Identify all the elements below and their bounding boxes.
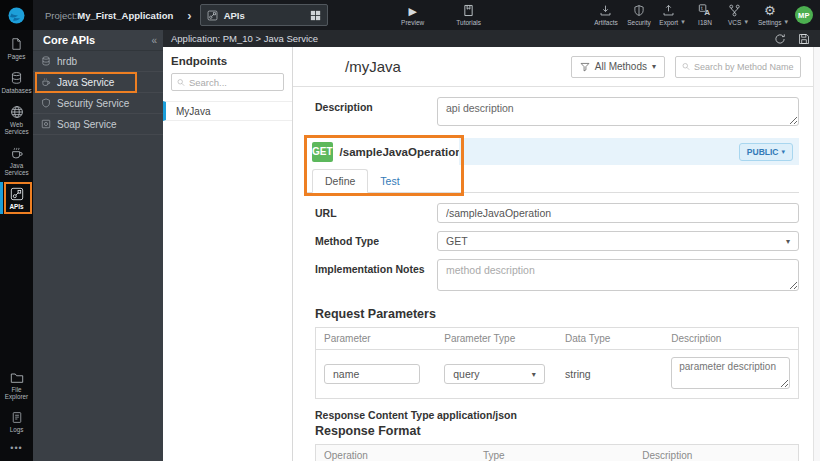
data-type-value: string — [565, 368, 591, 380]
request-parameters-table: Parameter Parameter Type Data Type Descr… — [315, 327, 799, 399]
workspace-tab-apis[interactable]: APIs — [200, 4, 328, 26]
visibility-dropdown[interactable]: PUBLIC ▾ — [739, 143, 793, 161]
endpoints-search-input[interactable] — [189, 77, 278, 88]
preview-label: Preview — [401, 19, 424, 26]
http-method-badge[interactable]: GET — [312, 142, 333, 162]
core-apis-panel: Core APIs « hrdb Java Service Security S… — [33, 30, 163, 461]
method-search-input[interactable] — [694, 62, 794, 72]
core-apis-item-soap-service[interactable]: Soap Service — [33, 114, 163, 135]
operation-path: /sampleJavaOperation — [340, 146, 463, 158]
endpoint-label: MyJava — [176, 106, 210, 117]
export-label: Export — [659, 19, 678, 26]
refresh-icon[interactable] — [774, 33, 786, 45]
shield-icon — [41, 98, 51, 108]
response-content-type-row: Response Content Type application/json — [315, 409, 799, 421]
implementation-notes-textarea[interactable] — [437, 259, 799, 291]
tab-define[interactable]: Define — [312, 169, 368, 193]
core-apis-item-security-service[interactable]: Security Service — [33, 93, 163, 114]
url-label: URL — [315, 203, 437, 219]
folder-icon — [10, 371, 24, 384]
vertical-scrollbar[interactable] — [813, 47, 820, 461]
topbar-center: ▶ Preview Tutorials — [400, 4, 482, 26]
left-icon-rail: Pages Databases Web Services Java Servic… — [0, 30, 33, 461]
active-indicator — [0, 182, 3, 214]
gear-icon: ⚙ — [764, 4, 776, 17]
sidebar-item-web-services[interactable]: Web Services — [0, 100, 33, 139]
more-options-icon[interactable]: ••• — [0, 437, 33, 461]
operation-tabs: Define Test — [307, 165, 799, 193]
service-title: /myJava — [345, 58, 571, 75]
wavemaker-logo-icon — [8, 7, 25, 24]
i18n-button[interactable]: tA I18N — [692, 4, 718, 26]
sidebar-item-logs[interactable]: Logs — [0, 406, 33, 437]
request-parameters-heading: Request Parameters — [315, 307, 799, 321]
parameter-description-textarea[interactable] — [671, 357, 790, 389]
i18n-label: I18N — [698, 19, 712, 26]
column-header: Description — [663, 328, 798, 350]
all-methods-label: All Methods — [595, 61, 647, 72]
vcs-button[interactable]: VCS ▾ — [725, 4, 751, 26]
shield-icon — [633, 4, 645, 17]
all-methods-filter-button[interactable]: All Methods ▾ — [571, 56, 665, 78]
description-label: Description — [315, 97, 437, 113]
sidebar-item-label: Java Services — [1, 162, 32, 176]
parameter-type-select[interactable]: query ▾ — [444, 364, 545, 384]
endpoint-item-myjava[interactable]: MyJava — [163, 101, 292, 121]
column-header: Type — [475, 445, 634, 461]
export-button[interactable]: Export ▾ — [659, 4, 685, 26]
project-breadcrumb[interactable]: Project:My_First_Application — [45, 10, 173, 21]
url-input[interactable] — [437, 203, 799, 223]
annotation-highlight-apis — [4, 182, 32, 214]
sidebar-item-file-explorer[interactable]: File Explorer — [0, 366, 33, 404]
preview-button[interactable]: ▶ Preview — [400, 4, 426, 26]
sidebar-item-label: Pages — [8, 53, 26, 60]
method-type-row: Method Type GET ▾ — [315, 231, 799, 251]
svg-text:A: A — [704, 8, 710, 17]
collapse-panel-icon[interactable]: « — [151, 35, 157, 46]
topbar-actions: Artifacts Security Export ▾ tA I18N — [593, 4, 820, 26]
core-apis-item-java-service[interactable]: Java Service — [33, 72, 163, 93]
sidebar-item-databases[interactable]: Databases — [0, 66, 33, 98]
tutorials-button[interactable]: Tutorials — [456, 4, 482, 26]
chevron-down-icon: ▾ — [784, 18, 788, 26]
coffee-cup-icon — [10, 146, 24, 160]
soap-service-icon — [41, 119, 51, 129]
sidebar-item-apis[interactable]: APIs — [0, 182, 33, 214]
git-branch-icon — [728, 4, 741, 17]
svg-text:t: t — [701, 5, 703, 11]
column-header: Parameter Type — [436, 328, 557, 350]
sidebar-item-label: File Explorer — [1, 386, 32, 400]
operation-header-bar[interactable]: GET /sampleJavaOperation PUBLIC ▾ — [307, 138, 799, 165]
user-avatar[interactable]: MP — [795, 6, 813, 24]
artifacts-button[interactable]: Artifacts — [593, 4, 619, 26]
parameter-name-input[interactable] — [324, 364, 420, 384]
project-label: Project: — [45, 10, 77, 21]
method-type-select[interactable]: GET ▾ — [437, 231, 799, 251]
play-icon: ▶ — [408, 4, 416, 17]
settings-button[interactable]: ⚙ Settings ▾ — [758, 4, 788, 26]
visibility-label: PUBLIC — [747, 147, 779, 157]
app-logo[interactable] — [0, 0, 33, 30]
operation-section: GET /sampleJavaOperation PUBLIC ▾ Define… — [307, 138, 799, 193]
export-upload-icon — [662, 4, 675, 17]
save-icon[interactable] — [798, 33, 810, 45]
description-row: Description api description — [315, 97, 799, 130]
chevron-down-icon: ▾ — [681, 18, 685, 26]
endpoints-search[interactable] — [171, 73, 284, 91]
response-content-type-label: Response Content Type — [315, 409, 437, 421]
sidebar-item-java-services[interactable]: Java Services — [0, 141, 33, 180]
security-button[interactable]: Security — [626, 4, 652, 26]
core-apis-item-label: hrdb — [57, 56, 77, 67]
core-apis-item-hrdb[interactable]: hrdb — [33, 51, 163, 72]
grid-icon[interactable] — [310, 10, 321, 21]
response-content-type-value: application/json — [437, 409, 517, 421]
security-label: Security — [627, 19, 650, 26]
tab-test[interactable]: Test — [368, 170, 411, 192]
implementation-notes-label: Implementation Notes — [315, 259, 437, 275]
method-search[interactable] — [675, 56, 801, 78]
sidebar-item-pages[interactable]: Pages — [0, 32, 33, 64]
tutorials-label: Tutorials — [456, 19, 481, 26]
description-textarea[interactable]: api description — [437, 97, 799, 126]
translate-icon: tA — [698, 4, 712, 17]
chevron-down-icon: ▾ — [652, 62, 656, 71]
